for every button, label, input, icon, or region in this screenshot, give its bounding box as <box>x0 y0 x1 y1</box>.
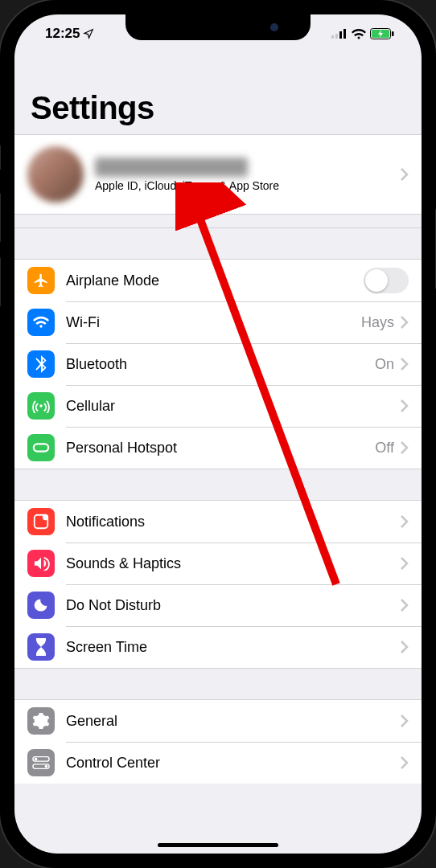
svg-rect-1 <box>335 34 338 39</box>
svg-point-8 <box>43 514 48 520</box>
cellular-label: Cellular <box>66 398 401 415</box>
airplane-icon <box>27 267 55 294</box>
page-title: Settings <box>31 90 405 126</box>
general-label: General <box>66 713 401 730</box>
sounds-row[interactable]: Sounds & Haptics <box>14 542 422 584</box>
page-header: Settings <box>14 53 422 134</box>
svg-rect-0 <box>331 35 334 39</box>
avatar <box>27 146 84 203</box>
chevron-right-icon <box>401 641 409 653</box>
cellular-icon <box>331 29 348 39</box>
hourglass-icon <box>27 633 55 661</box>
notifications-icon <box>27 508 55 535</box>
profile-row[interactable]: Apple ID, iCloud, iTunes & App Store <box>14 135 422 214</box>
wifi-value: Hays <box>361 314 394 331</box>
wifi-row[interactable]: Wi-Fi Hays <box>14 301 422 343</box>
bluetooth-row[interactable]: Bluetooth On <box>14 343 422 385</box>
wifi-icon <box>352 29 366 39</box>
notifications-row[interactable]: Notifications <box>14 501 422 542</box>
profile-name <box>95 158 248 177</box>
battery-icon <box>370 28 394 39</box>
screentime-row[interactable]: Screen Time <box>14 626 422 668</box>
cellular-settings-icon <box>27 392 55 420</box>
cellular-row[interactable]: Cellular <box>14 385 422 427</box>
svg-rect-2 <box>339 31 342 39</box>
chevron-right-icon <box>401 756 409 769</box>
svg-rect-3 <box>343 29 346 39</box>
bluetooth-icon <box>27 350 55 378</box>
airplane-mode-row[interactable]: Airplane Mode <box>14 260 422 301</box>
hotspot-row[interactable]: Personal Hotspot Off <box>14 427 422 469</box>
airplane-toggle[interactable] <box>364 268 409 293</box>
airplane-label: Airplane Mode <box>66 272 364 289</box>
location-icon <box>83 28 94 39</box>
notifications-label: Notifications <box>66 514 401 530</box>
profile-subtitle: Apple ID, iCloud, iTunes & App Store <box>95 179 401 192</box>
gear-icon <box>27 707 55 735</box>
toggles-icon <box>27 749 55 776</box>
svg-rect-6 <box>392 31 394 36</box>
hotspot-value: Off <box>375 440 394 457</box>
chevron-right-icon <box>401 557 409 570</box>
chevron-right-icon <box>401 358 409 371</box>
status-time: 12:25 <box>45 26 80 42</box>
hotspot-label: Personal Hotspot <box>66 440 375 457</box>
wifi-settings-icon <box>27 309 55 336</box>
chevron-right-icon <box>401 168 409 181</box>
chevron-right-icon <box>401 399 409 412</box>
screentime-label: Screen Time <box>66 639 401 656</box>
bluetooth-label: Bluetooth <box>66 356 375 373</box>
moon-icon <box>27 592 55 619</box>
sounds-label: Sounds & Haptics <box>66 555 401 572</box>
chevron-right-icon <box>401 599 409 612</box>
chevron-right-icon <box>401 515 409 528</box>
chevron-right-icon <box>401 441 409 454</box>
chevron-right-icon <box>401 714 409 727</box>
dnd-row[interactable]: Do Not Disturb <box>14 584 422 626</box>
control-center-label: Control Center <box>66 755 401 772</box>
home-indicator[interactable] <box>158 843 278 847</box>
control-center-row[interactable]: Control Center <box>14 742 422 784</box>
svg-point-10 <box>35 758 38 761</box>
dnd-label: Do Not Disturb <box>66 597 401 614</box>
svg-point-12 <box>45 765 48 768</box>
general-row[interactable]: General <box>14 700 422 742</box>
hotspot-icon <box>27 434 55 461</box>
wifi-label: Wi-Fi <box>66 314 361 331</box>
chevron-right-icon <box>401 316 409 329</box>
sounds-icon <box>27 550 55 577</box>
bluetooth-value: On <box>375 356 394 373</box>
